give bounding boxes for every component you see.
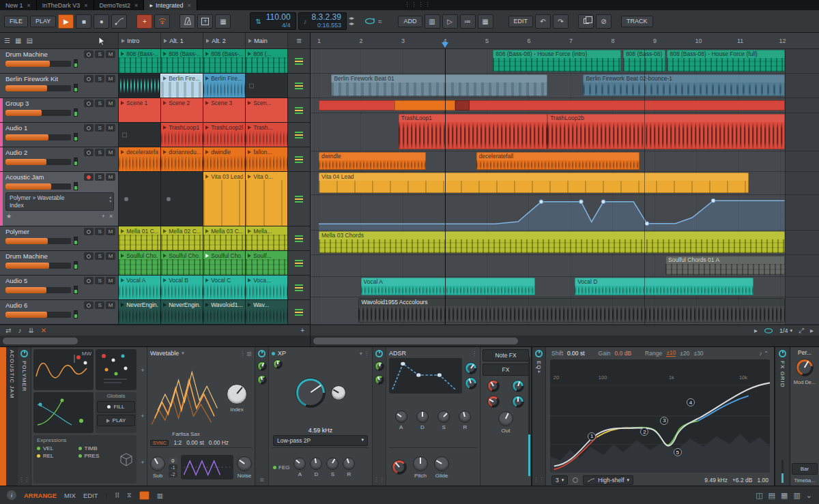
- mute-button[interactable]: M: [106, 173, 115, 181]
- track-stop-button[interactable]: [287, 74, 310, 98]
- fx-grid-device[interactable]: FX GRID: [775, 347, 790, 486]
- position-value[interactable]: 8.3.2.39: [312, 13, 341, 22]
- track-menu-button[interactable]: TRACK: [621, 16, 653, 27]
- arranger-clip[interactable]: Vocal A: [361, 278, 535, 295]
- device-chain-selector[interactable]: Polymer » WavetableIndex▴ ▾: [5, 192, 114, 211]
- edit-button[interactable]: EDIT: [508, 16, 534, 27]
- device-panel-icon[interactable]: ▦: [781, 491, 788, 500]
- expression-vel[interactable]: VEL: [37, 445, 74, 451]
- shuffle-icon[interactable]: ≈: [378, 18, 382, 25]
- scene-header[interactable]: Alt. 1: [160, 33, 203, 48]
- clip-slot[interactable]: Scene 1: [118, 98, 160, 122]
- section-menu-icon[interactable]: ⋮ ▥: [240, 351, 252, 357]
- track-header[interactable]: Drum MachineSM: [0, 251, 118, 275]
- edit-view-button[interactable]: EDIT: [83, 492, 98, 499]
- track-header[interactable]: Audio 5SM: [0, 276, 118, 299]
- clip-slot[interactable]: dorianredu...: [160, 147, 203, 171]
- solo-button[interactable]: S: [95, 75, 104, 83]
- clip-slot[interactable]: TrashLoop1: [160, 123, 203, 147]
- arranger-lane[interactable]: Berlin Firework Beat 01Berlin Firework B…: [311, 74, 819, 98]
- output-knob[interactable]: [498, 411, 513, 426]
- zoom-fit-icon[interactable]: ⤢: [799, 327, 804, 335]
- amp-attack-knob[interactable]: A: [395, 411, 407, 430]
- solo-button[interactable]: S: [95, 277, 104, 284]
- clip-slot[interactable]: Mella...: [245, 226, 287, 250]
- tab-close-icon[interactable]: ×: [27, 2, 31, 9]
- fill-button[interactable]: FILL: [97, 401, 135, 413]
- pause-widget-button[interactable]: ≔: [460, 14, 476, 29]
- arranger-clip[interactable]: Wavoloid1955 Acccolours: [358, 298, 784, 323]
- arranger-scrollbar[interactable]: [311, 336, 819, 346]
- sync-toggle[interactable]: SYNC: [150, 440, 169, 446]
- tab-close-icon[interactable]: ×: [188, 2, 191, 9]
- clip-slot[interactable]: Vocal C: [203, 276, 245, 299]
- index-knob[interactable]: [227, 384, 247, 404]
- mute-button[interactable]: M: [106, 149, 115, 156]
- cutoff-knob[interactable]: [296, 378, 326, 408]
- clip-slot[interactable]: 808 (Bass-...: [118, 49, 160, 73]
- remove-device-icon[interactable]: ×: [109, 213, 113, 220]
- arranger-clip[interactable]: dwindle: [319, 152, 426, 170]
- macro-knob-4[interactable]: [512, 396, 524, 408]
- clip-slot[interactable]: Vita 03 Lead: [203, 172, 245, 226]
- time-value[interactable]: 0:16.553: [317, 23, 341, 29]
- arranger-lane[interactable]: TrashLoop1TrashLoop2b: [311, 113, 819, 151]
- stop-button[interactable]: ■: [76, 14, 91, 29]
- track-header[interactable]: PolymerSM: [0, 226, 118, 250]
- record-arm-button[interactable]: [84, 75, 94, 83]
- range-20[interactable]: ±20: [680, 350, 689, 357]
- return-to-arrangement-icon[interactable]: ⇊: [28, 327, 33, 334]
- range-30[interactable]: ±30: [693, 350, 703, 357]
- empty-clip-slot[interactable]: [118, 123, 160, 147]
- fx-grid-power-icon[interactable]: [779, 350, 786, 357]
- expression-pres[interactable]: PRES: [78, 453, 116, 459]
- collapse-panel-icon[interactable]: ⌄: [806, 491, 812, 500]
- clip-slot[interactable]: NeverEngin...: [118, 300, 160, 324]
- track-header[interactable]: Audio 6SM: [0, 300, 118, 324]
- arranger-clip[interactable]: Vita 04 Lead: [319, 173, 749, 193]
- solo-button[interactable]: S: [95, 100, 104, 107]
- automation-point[interactable]: [539, 200, 543, 204]
- mute-button[interactable]: M: [106, 100, 115, 107]
- track-stop-button[interactable]: [287, 123, 310, 147]
- calendar-widget-button[interactable]: ▦: [478, 14, 493, 29]
- arranger-clip[interactable]: deceleratefall: [476, 152, 640, 170]
- automation-panel-icon[interactable]: ▥: [793, 491, 800, 500]
- overdub-button[interactable]: +: [136, 14, 152, 29]
- volume-slider[interactable]: [5, 110, 71, 116]
- track-stop-button[interactable]: [287, 172, 310, 226]
- timebase-select[interactable]: Bar: [792, 463, 818, 475]
- volume-slider[interactable]: [5, 85, 71, 91]
- tempo-value[interactable]: 110.00: [266, 13, 291, 22]
- track-label-strip[interactable]: ACOUSTIC JAM: [6, 347, 18, 486]
- clip-slot[interactable]: Voca...: [245, 276, 287, 299]
- undo-button[interactable]: ↶: [535, 14, 551, 29]
- scene-play-icon[interactable]: [164, 39, 167, 43]
- volume-slider[interactable]: [5, 287, 71, 293]
- adsr-menu-icon[interactable]: ⋮: [472, 351, 477, 357]
- link-icon[interactable]: ⧖: [127, 491, 132, 499]
- noise-control[interactable]: Noise: [237, 456, 252, 479]
- play-mode-button[interactable]: PLAY: [97, 415, 135, 426]
- clip-slot[interactable]: Vocal A: [118, 276, 160, 299]
- stream-button[interactable]: [154, 14, 170, 29]
- filter-mod-amount-knob[interactable]: [257, 375, 267, 385]
- cube-icon[interactable]: [119, 452, 133, 467]
- add-modulator-icon[interactable]: +: [141, 459, 144, 466]
- arranger-clip[interactable]: Berlin Firework Beat 01: [331, 74, 547, 96]
- clip-slot[interactable]: NeverEngin...: [160, 300, 203, 324]
- record-button[interactable]: ●: [94, 14, 109, 29]
- clip-slot[interactable]: Scen...: [245, 98, 287, 122]
- track-header[interactable]: Group 3SM: [0, 98, 118, 122]
- audition-loop-icon[interactable]: [764, 327, 773, 334]
- arranger-clip[interactable]: Berlin Firework Beat 02-bounce-1: [583, 74, 784, 96]
- track-header[interactable]: Acoustic JamSMPolymer » WavetableIndex▴ …: [0, 172, 118, 226]
- clip-slot[interactable]: deceleratefall: [118, 147, 160, 171]
- env-depth-knob[interactable]: [375, 375, 384, 385]
- range-10[interactable]: ±10: [666, 349, 676, 357]
- file-menu-button[interactable]: FILE: [4, 16, 28, 27]
- solo-button[interactable]: S: [95, 149, 104, 156]
- mute-button[interactable]: M: [106, 50, 115, 58]
- scene-play-icon[interactable]: [248, 39, 252, 43]
- automation-write-button[interactable]: [111, 14, 127, 29]
